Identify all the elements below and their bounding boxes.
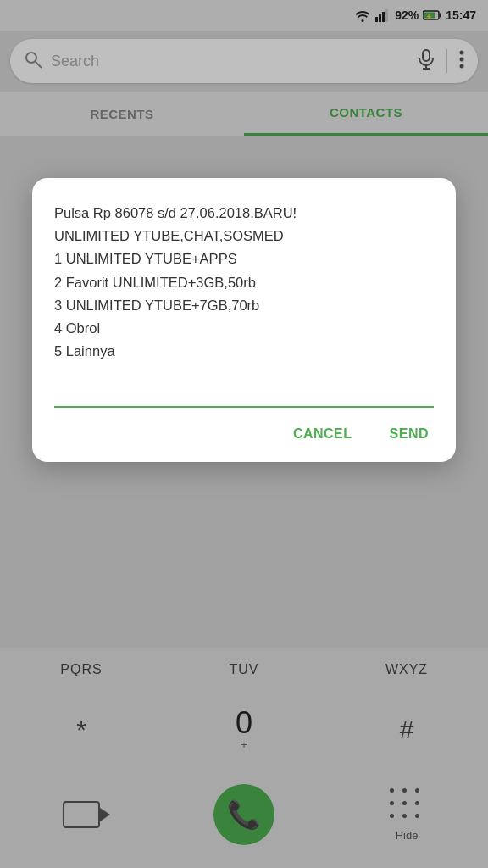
dialog-message: Pulsa Rp 86078 s/d 27.06.2018.BARU! UNLI… (54, 202, 434, 364)
dialog-overlay: Pulsa Rp 86078 s/d 27.06.2018.BARU! UNLI… (0, 0, 488, 868)
send-button[interactable]: SEND (385, 423, 434, 445)
cancel-button[interactable]: CANCEL (288, 423, 358, 445)
sms-dialog: Pulsa Rp 86078 s/d 27.06.2018.BARU! UNLI… (32, 178, 456, 462)
dialog-actions: CANCEL SEND (54, 423, 434, 445)
dialog-input[interactable] (54, 384, 434, 408)
